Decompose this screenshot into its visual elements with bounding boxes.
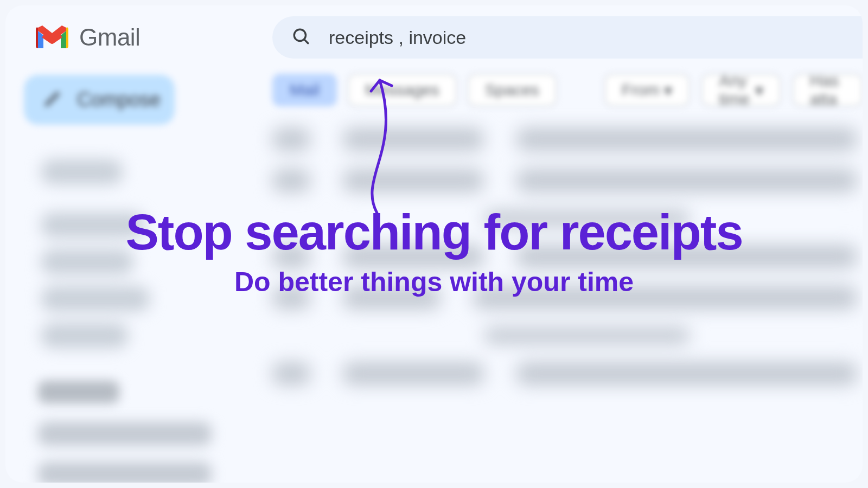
- list-row[interactable]: [272, 210, 857, 227]
- compose-button[interactable]: Compose: [24, 75, 175, 125]
- labels-heading-text: Labels: [38, 381, 119, 403]
- search-bar[interactable]: receipts , invoice: [272, 16, 863, 59]
- sidebar-item[interactable]: [41, 249, 133, 274]
- filter-has-attachment[interactable]: Has atta: [793, 74, 863, 106]
- sidebar-nav: [24, 159, 272, 348]
- email-list: [272, 128, 863, 385]
- tabs-row: Mail Messages Spaces From ▾ Any time ▾ H…: [272, 74, 863, 106]
- sidebar: Compose Labels: [24, 69, 272, 483]
- pencil-icon: [43, 89, 62, 110]
- sidebar-item[interactable]: [41, 159, 123, 184]
- brand-block: Gmail: [35, 24, 272, 51]
- sidebar-item[interactable]: [41, 213, 144, 237]
- list-row[interactable]: [272, 245, 857, 268]
- gmail-logo-icon: [35, 24, 69, 50]
- list-row[interactable]: [272, 128, 857, 151]
- filter-from[interactable]: From ▾: [604, 74, 690, 106]
- label-item[interactable]: [38, 422, 212, 446]
- sidebar-item[interactable]: [41, 286, 150, 311]
- content-pane: Mail Messages Spaces From ▾ Any time ▾ H…: [272, 69, 863, 483]
- tab-mail[interactable]: Mail: [272, 74, 337, 106]
- header: Gmail receipts , invoice: [5, 5, 863, 69]
- labels-list: [24, 422, 272, 483]
- tab-messages[interactable]: Messages: [348, 74, 457, 106]
- app-frame: Gmail receipts , invoice Compose: [5, 5, 863, 483]
- list-row[interactable]: [272, 169, 857, 192]
- sidebar-item[interactable]: [41, 323, 128, 348]
- search-input[interactable]: receipts , invoice: [329, 27, 466, 48]
- list-row[interactable]: [272, 328, 857, 344]
- main: Compose Labels Mail Messages Spaces: [5, 69, 863, 483]
- labels-heading: Labels: [24, 381, 272, 403]
- tab-spaces[interactable]: Spaces: [468, 74, 557, 106]
- label-item[interactable]: [38, 462, 212, 483]
- search-icon: [292, 27, 310, 48]
- compose-label: Compose: [77, 88, 161, 111]
- svg-line-1: [304, 40, 308, 43]
- list-row[interactable]: [272, 362, 857, 385]
- brand-name: Gmail: [79, 24, 140, 51]
- filter-anytime[interactable]: Any time ▾: [701, 74, 781, 106]
- list-row[interactable]: [272, 286, 857, 309]
